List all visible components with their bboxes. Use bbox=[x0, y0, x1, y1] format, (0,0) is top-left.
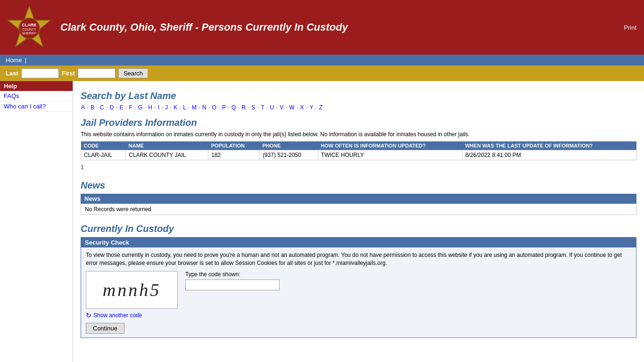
alpha-K[interactable]: K bbox=[173, 104, 177, 111]
col-last-update: WHEN WAS THE LAST UPDATE OF INFORMATION? bbox=[462, 141, 636, 150]
alpha-N[interactable]: N bbox=[202, 104, 206, 111]
header: CLARK COUNTY SHERIFF Clark County, Ohio,… bbox=[0, 0, 644, 55]
searchbar: Last First Search bbox=[0, 66, 644, 81]
security-text: To view those currently in custody, you … bbox=[86, 251, 631, 267]
col-population: POPULATION bbox=[208, 141, 260, 150]
continue-button[interactable]: Continue bbox=[86, 323, 124, 334]
captcha-input-container: Type the code shown: bbox=[185, 271, 280, 294]
last-name-input[interactable] bbox=[21, 68, 59, 78]
col-update-freq: HOW OFTEN IS INFORMATION UPDATED? bbox=[318, 141, 462, 150]
alpha-Y[interactable]: Y bbox=[310, 104, 314, 111]
cell-code: CLAR-JAIL bbox=[81, 150, 126, 160]
security-check-body: To view those currently in custody, you … bbox=[81, 247, 636, 337]
captcha-input[interactable] bbox=[185, 280, 280, 290]
alpha-Q[interactable]: Q bbox=[231, 104, 236, 111]
first-label: First bbox=[62, 70, 75, 77]
alpha-S[interactable]: S bbox=[251, 104, 255, 111]
alpha-B[interactable]: B bbox=[91, 104, 94, 111]
table-row-count: 1 bbox=[81, 163, 636, 172]
search-button[interactable]: Search bbox=[118, 68, 148, 78]
alpha-O[interactable]: O bbox=[212, 104, 216, 111]
cell-name: CLARK COUNTY JAIL bbox=[126, 150, 208, 160]
sidebar-item-faqs[interactable]: FAQs bbox=[0, 91, 73, 101]
news-no-records: No Records were returned bbox=[85, 206, 151, 213]
svg-text:SHERIFF: SHERIFF bbox=[22, 32, 36, 35]
nav-home[interactable]: Home bbox=[6, 57, 22, 64]
table-row: CLAR-JAIL CLARK COUNTY JAIL 182 (937) 52… bbox=[81, 150, 636, 160]
last-label: Last bbox=[6, 70, 18, 77]
alpha-T[interactable]: T bbox=[261, 104, 264, 111]
custody-section-title: Currently In Custody bbox=[81, 223, 636, 234]
nav-separator: | bbox=[25, 57, 26, 64]
jail-description: This website contains information on inm… bbox=[81, 131, 636, 138]
print-link[interactable]: Print bbox=[624, 24, 636, 31]
captcha-container: mnnh5 ↻ Show another code Continue bbox=[86, 271, 178, 334]
alpha-H[interactable]: H bbox=[148, 104, 152, 111]
captcha-input-label: Type the code shown: bbox=[185, 271, 280, 278]
alpha-W[interactable]: W bbox=[289, 104, 294, 111]
show-another-label: Show another code bbox=[93, 312, 142, 319]
captcha-code: mnnh5 bbox=[103, 280, 161, 300]
alpha-R[interactable]: R bbox=[241, 104, 246, 111]
alpha-D[interactable]: D bbox=[110, 104, 114, 111]
body-wrap: Help FAQs Who can I call? Search by Last… bbox=[0, 81, 644, 362]
cell-phone: (937) 521-2050 bbox=[259, 150, 318, 160]
captcha-image: mnnh5 bbox=[86, 271, 178, 309]
cell-last-update: 8/26/2022 8:41:00 PM bbox=[462, 150, 636, 160]
alphabet-nav: A · B · C · D · E · F · G · H · I · J · … bbox=[81, 104, 636, 111]
sheriff-logo: CLARK COUNTY SHERIFF bbox=[6, 4, 53, 51]
alpha-G[interactable]: G bbox=[138, 104, 142, 111]
news-section-title: News bbox=[81, 180, 636, 191]
col-code: CODE bbox=[81, 141, 126, 150]
search-section-title: Search by Last Name bbox=[81, 90, 636, 101]
news-body: No Records were returned bbox=[81, 204, 636, 215]
col-name: NAME bbox=[126, 141, 208, 150]
sidebar: Help FAQs Who can I call? bbox=[0, 81, 73, 362]
alpha-I[interactable]: I bbox=[158, 104, 159, 111]
news-header: News bbox=[81, 194, 636, 204]
navbar: Home | bbox=[0, 55, 644, 66]
page-title: Clark County, Ohio, Sheriff - Persons Cu… bbox=[60, 21, 348, 33]
sidebar-item-who-can-i-call[interactable]: Who can I call? bbox=[0, 101, 73, 112]
show-another-code-link[interactable]: ↻ Show another code bbox=[86, 312, 178, 319]
sidebar-help-header: Help bbox=[0, 81, 73, 91]
svg-text:COUNTY: COUNTY bbox=[22, 28, 36, 31]
refresh-icon: ↻ bbox=[86, 312, 91, 319]
alpha-M[interactable]: M bbox=[192, 104, 197, 111]
alpha-A[interactable]: A bbox=[81, 104, 85, 111]
cell-population: 182 bbox=[208, 150, 260, 160]
alpha-U[interactable]: U bbox=[270, 104, 274, 111]
alpha-Z[interactable]: Z bbox=[319, 104, 322, 111]
first-name-input[interactable] bbox=[78, 68, 116, 78]
main-content: Search by Last Name A · B · C · D · E · … bbox=[73, 81, 644, 343]
alpha-F[interactable]: F bbox=[129, 104, 132, 111]
cell-update-freq: TWICE HOURLY bbox=[318, 150, 462, 160]
alpha-V[interactable]: V bbox=[280, 104, 283, 111]
security-check-box: Security Check To view those currently i… bbox=[81, 237, 636, 338]
col-phone: PHONE bbox=[259, 141, 318, 150]
svg-text:CLARK: CLARK bbox=[22, 23, 37, 27]
security-check-header: Security Check bbox=[81, 238, 636, 247]
alpha-L[interactable]: L bbox=[183, 104, 186, 111]
alpha-X[interactable]: X bbox=[300, 104, 304, 111]
jail-section-title: Jail Providers Information bbox=[81, 117, 636, 128]
alpha-C[interactable]: C bbox=[100, 104, 104, 111]
alpha-P[interactable]: P bbox=[222, 104, 226, 111]
alpha-E[interactable]: E bbox=[119, 104, 123, 111]
alpha-J[interactable]: J bbox=[165, 104, 168, 111]
jail-table: CODE NAME POPULATION PHONE HOW OFTEN IS … bbox=[81, 141, 636, 160]
